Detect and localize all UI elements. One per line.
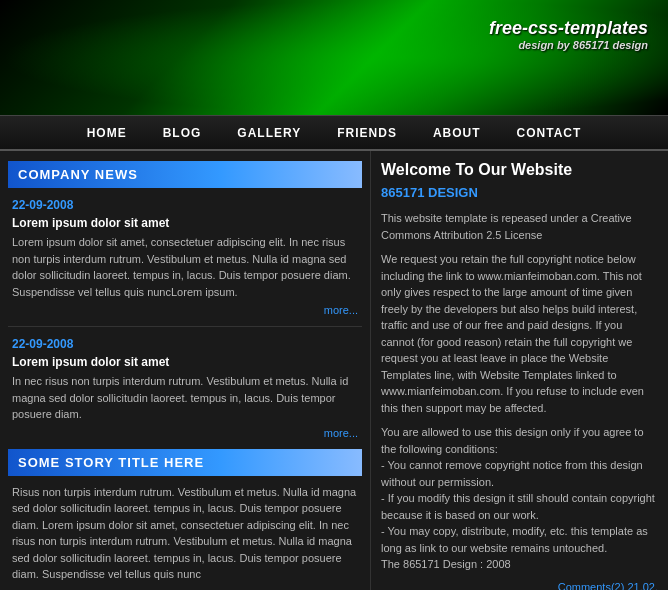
news1-title: Lorem ipsum dolor sit amet [12, 216, 358, 230]
nav-gallery[interactable]: GALLERY [219, 115, 319, 151]
subtitle: 865171 DESIGN [381, 185, 658, 200]
news1-text: Lorem ipsum dolor sit amet, consectetuer… [12, 234, 358, 300]
right-column: Welcome To Our Website 865171 DESIGN Thi… [370, 151, 668, 590]
right-para3: You are allowed to use this design only … [381, 424, 658, 573]
right-para1: This website template is repeased under … [381, 210, 658, 243]
company-news-header: COMPANY NEWS [8, 161, 362, 188]
main-content: COMPANY NEWS 22-09-2008 Lorem ipsum dolo… [0, 151, 668, 590]
news2-title: Lorem ipsum dolor sit amet [12, 355, 358, 369]
news-block-1: 22-09-2008 Lorem ipsum dolor sit amet Lo… [8, 198, 362, 316]
news-block-2: 22-09-2008 Lorem ipsum dolor sit amet In… [8, 337, 362, 439]
right-para2: We request you retain the full copyright… [381, 251, 658, 416]
nav-contact[interactable]: CONTACT [499, 115, 600, 151]
nav-blog[interactable]: BLOG [145, 115, 220, 151]
header: free-css-templates design by 865171 desi… [0, 0, 668, 115]
header-brand: free-css-templates design by 865171 desi… [489, 18, 648, 51]
story-header: SOME STORY TITLE HERE [8, 449, 362, 476]
main-title: Welcome To Our Website [381, 161, 658, 179]
news2-more-link[interactable]: more... [12, 427, 358, 439]
site-name: free-css-templates [489, 18, 648, 39]
design-by: design by 865171 design [489, 39, 648, 51]
nav-friends[interactable]: FRIENDS [319, 115, 415, 151]
story-block: Risus non turpis interdum rutrum. Vestib… [8, 484, 362, 583]
news1-more-link[interactable]: more... [12, 304, 358, 316]
navigation: HOME BLOG GALLERY FRIENDS ABOUT CONTACT [0, 115, 668, 151]
nav-home[interactable]: HOME [69, 115, 145, 151]
news2-date: 22-09-2008 [12, 337, 358, 351]
nav-about[interactable]: ABOUT [415, 115, 499, 151]
news2-text: In nec risus non turpis interdum rutrum.… [12, 373, 358, 423]
divider1 [8, 326, 362, 327]
left-column: COMPANY NEWS 22-09-2008 Lorem ipsum dolo… [0, 151, 370, 590]
comments-link[interactable]: Comments(2) 21.02. [381, 581, 658, 591]
story-text: Risus non turpis interdum rutrum. Vestib… [12, 484, 358, 583]
news1-date: 22-09-2008 [12, 198, 358, 212]
